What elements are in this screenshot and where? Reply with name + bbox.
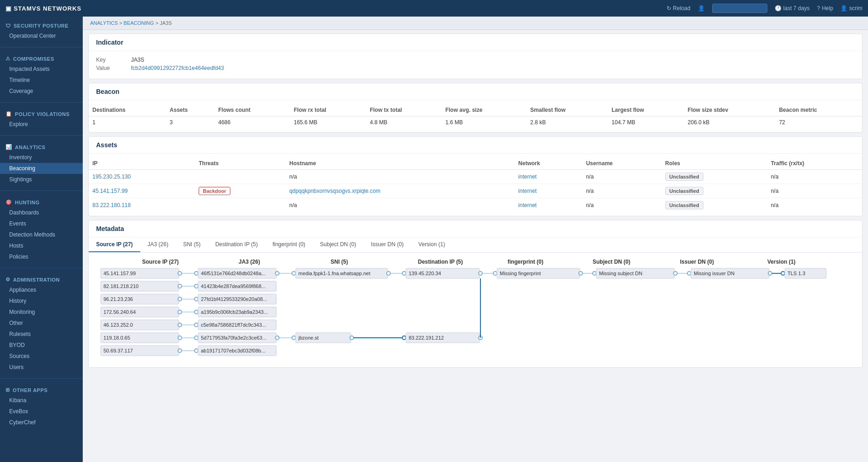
svg-text:46.123.252.0: 46.123.252.0 [103, 322, 133, 328]
metadata-section: Metadata Source IP (27) JA3 (26) SNI (5)… [88, 220, 862, 368]
breadcrumb-beaconing[interactable]: BEACONING [124, 20, 154, 26]
col-flow-avg: Flow avg. size [442, 104, 527, 116]
beacon-largest: 104.7 MB [608, 116, 684, 129]
topbar-right: ↻ Reload 👤 🕐 last 7 days ? Help 👤 scrim [667, 4, 862, 13]
asset-ip-3: 83.222.180.118 [89, 198, 195, 213]
sidebar-item-sightings[interactable]: Sightings [0, 174, 83, 185]
beacon-flows-count: 4686 [215, 116, 290, 129]
sidebar-item-beaconing[interactable]: Beaconing [0, 163, 83, 174]
svg-text:172.56.240.64: 172.56.240.64 [103, 309, 136, 315]
indicator-title: Indicator [96, 39, 123, 46]
sidebar-item-sources[interactable]: Sources [0, 351, 83, 362]
tab-ja3[interactable]: JA3 (26) [140, 237, 176, 252]
tab-fingerprint[interactable]: fingerprint (0) [265, 237, 313, 252]
svg-point-77 [194, 336, 198, 340]
sidebar-item-evebox[interactable]: EveBox [0, 406, 83, 417]
sidebar-item-operational-center[interactable]: Operational Center [0, 30, 83, 41]
svg-text:82.181.218.210: 82.181.218.210 [103, 283, 138, 289]
user-button[interactable]: 👤 scrim [840, 5, 862, 12]
sidebar-section-title-security: 🛡 SECURITY POSTURE [0, 20, 83, 30]
svg-text:Source IP (27): Source IP (27) [142, 259, 179, 265]
sidebar-item-events[interactable]: Events [0, 218, 83, 229]
sidebar-item-policies[interactable]: Policies [0, 251, 83, 262]
sidebar-item-history[interactable]: History [0, 295, 83, 306]
col-ip: IP [89, 157, 195, 170]
sidebar-item-coverage[interactable]: Coverage [0, 86, 83, 97]
divider-6 [0, 378, 83, 379]
col-flow-stdev: Flow size stdev [684, 104, 776, 116]
divider-2 [0, 102, 83, 103]
tab-version[interactable]: Version (1) [411, 237, 452, 252]
indicator-header: Indicator [89, 34, 862, 51]
sidebar-item-other[interactable]: Other [0, 318, 83, 329]
col-roles: Roles [662, 157, 767, 170]
tab-dest-ip[interactable]: Destination IP (5) [208, 237, 265, 252]
tab-issuer-dn[interactable]: Issuer DN (0) [364, 237, 411, 252]
svg-text:41423b4e287dea9569f868...: 41423b4e287dea9569f868... [201, 283, 266, 289]
sidebar-item-impacted-assets[interactable]: Impacted Assets [0, 64, 83, 75]
sidebar-section-title-admin: ⚙ ADMINISTRATION [0, 274, 83, 284]
svg-text:5d717953fa70fa3e2c3ce63...: 5d717953fa70fa3e2c3ce63... [201, 335, 267, 341]
svg-point-22 [402, 271, 406, 275]
sidebar-item-rulesets[interactable]: Rulesets [0, 329, 83, 340]
sidebar-item-dashboards[interactable]: Dashboards [0, 207, 83, 218]
beacon-title: Beacon [96, 88, 120, 95]
sidebar-item-inventory[interactable]: Inventory [0, 152, 83, 163]
svg-point-32 [593, 271, 596, 275]
svg-point-82 [292, 336, 296, 340]
search-input[interactable] [712, 4, 767, 13]
asset-network-3: internet [514, 198, 582, 213]
tab-sni[interactable]: SNI (5) [176, 237, 208, 252]
alert-icon: ⚠ [6, 56, 11, 62]
asset-username-1: n/a [582, 170, 662, 184]
tab-source-ip[interactable]: Source IP (27) [89, 237, 140, 252]
svg-text:83.222.191.212: 83.222.191.212 [409, 335, 444, 341]
sidebar-item-timeline[interactable]: Timeline [0, 75, 83, 86]
sidebar-section-title-compromises: ⚠ COMPROMISES [0, 53, 83, 64]
apps-icon: ⊞ [6, 387, 10, 393]
svg-point-25 [479, 271, 482, 275]
sidebar-item-explore[interactable]: Explore [0, 119, 83, 130]
divider-1 [0, 47, 83, 47]
svg-point-93 [178, 349, 182, 352]
col-assets: Assets [166, 104, 215, 116]
svg-text:SNI (5): SNI (5) [331, 259, 348, 265]
sidebar-item-byod[interactable]: BYOD [0, 340, 83, 351]
svg-text:Missing issuer DN: Missing issuer DN [694, 271, 735, 276]
svg-text:Missing fingerprint: Missing fingerprint [500, 271, 541, 276]
beacon-flow-rx: 165.6 MB [290, 116, 366, 129]
value-link[interactable]: fcb2d4d0991292272fcb1e464eedfd43 [131, 65, 224, 71]
sidebar-item-detection-methods[interactable]: Detection Methods [0, 229, 83, 240]
svg-text:Version (1): Version (1) [767, 259, 795, 265]
sidebar-item-hosts[interactable]: Hosts [0, 240, 83, 251]
col-beacon-metric: Beacon metric [775, 104, 862, 116]
asset-ip-2: 45.141.157.99 [89, 184, 195, 198]
help-button[interactable]: ? Help [817, 5, 833, 12]
policy-icon: 📋 [6, 111, 12, 117]
col-flow-tx: Flow tx total [366, 104, 441, 116]
time-range-button[interactable]: 🕐 last 7 days [775, 5, 810, 12]
flow-diagram-container: Source IP (27) JA3 (26) SNI (5) Destinat… [89, 253, 862, 367]
svg-point-68 [178, 323, 182, 327]
breadcrumb-analytics[interactable]: ANALYTICS [90, 20, 118, 26]
value-value: fcb2d4d0991292272fcb1e464eedfd43 [131, 65, 224, 71]
sidebar-item-monitoring[interactable]: Monitoring [0, 306, 83, 318]
col-destinations: Destinations [89, 104, 166, 116]
indicator-section: Indicator Key JA3S Value fcb2d4d09912922… [88, 34, 862, 79]
asset-row-3: 83.222.180.118 n/a internet n/a Unclassi… [89, 198, 862, 213]
shield-icon: 🛡 [6, 23, 11, 29]
sidebar-item-cyberchef[interactable]: CyberChef [0, 417, 83, 428]
svg-text:27fd1bf4129533290e20a08...: 27fd1bf4129533290e20a08... [201, 296, 267, 302]
sidebar-item-users[interactable]: Users [0, 362, 83, 373]
sidebar-item-appliances[interactable]: Appliances [0, 284, 83, 295]
svg-point-70 [194, 323, 198, 327]
svg-point-95 [194, 349, 198, 352]
reload-button[interactable]: ↻ Reload [667, 5, 691, 12]
svg-text:50.69.37.117: 50.69.37.117 [103, 348, 133, 353]
tab-subject-dn[interactable]: Subject DN (0) [313, 237, 364, 252]
beacon-flow-tx: 4.8 MB [366, 116, 441, 129]
divider-3 [0, 135, 83, 136]
sidebar-item-kibana[interactable]: Kibana [0, 395, 83, 406]
assets-header: Assets [89, 137, 862, 154]
beacon-flow-avg: 1.6 MB [442, 116, 527, 129]
